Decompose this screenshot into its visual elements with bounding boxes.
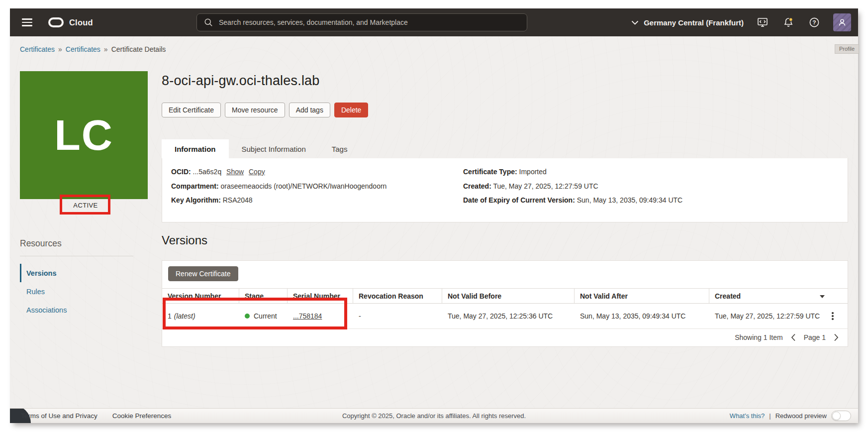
breadcrumb-separator: » [58,45,62,53]
footer-left: Terms of Use and Privacy Cookie Preferen… [10,412,171,420]
column-header-serial-number[interactable]: Serial Number [288,289,353,303]
app-window: Cloud Germany Central (Frankfurt) [10,8,858,423]
breadcrumb-certificates-1[interactable]: Certificates [20,45,55,53]
bell-icon [782,16,794,28]
person-icon [837,17,848,28]
cloud-shell-button[interactable] [756,15,770,29]
column-header-not-valid-after[interactable]: Not Valid After [575,289,709,303]
created-row: Created: Tue, May 27, 2025, 12:27:59 UTC [463,179,848,194]
compartment-row: Compartment: oraseemeaocids (root)/NETWO… [171,179,463,194]
tab-bar: Information Subject Information Tags [162,139,360,158]
search-bar[interactable] [196,13,527,31]
cell-actions [830,310,848,322]
topbar-right: Germany Central (Frankfurt) [631,8,858,36]
versions-panel: Renew Certificate Version Number Stage S… [162,260,848,347]
certificate-type-value: Imported [519,168,547,176]
resources-list: Versions Rules Associations [20,264,133,319]
cell-revocation-reason: - [353,312,442,320]
versions-table: Version Number Stage Serial Number Revoc… [162,288,848,329]
sidebar-item-associations[interactable]: Associations [20,301,133,319]
table-header-row: Version Number Stage Serial Number Revoc… [162,288,848,304]
whats-this-link[interactable]: What's this? [730,412,765,420]
ocid-row: OCID: ...5a6s2q Show Copy [171,165,463,179]
cookie-preferences-link[interactable]: Cookie Preferences [112,412,172,420]
compartment-value: oraseemeaocids (root)/NETWORK/IwanHoogen… [221,182,387,190]
ocid-value: ...5a6s2q [193,168,222,176]
column-header-version-number[interactable]: Version Number [162,289,239,303]
cell-version-number: 1(latest) [162,312,239,320]
notification-dot [789,18,792,21]
hamburger-menu-button[interactable] [19,15,35,29]
breadcrumb-current: Certificate Details [111,45,166,53]
svg-text:?: ? [812,19,816,25]
tab-subject-information[interactable]: Subject Information [229,139,319,158]
resources-heading: Resources [20,238,62,249]
notifications-button[interactable] [781,15,795,29]
profile-avatar[interactable] [833,13,851,31]
chevron-right-icon [834,333,839,341]
row-kebab-menu-button[interactable] [830,310,836,322]
search-input[interactable] [219,18,520,26]
ocid-label: OCID: [171,168,191,176]
region-selector[interactable]: Germany Central (Frankfurt) [631,18,744,27]
expiry-label: Date of Expiry of Current Version: [463,196,575,204]
status-badge: ACTIVE [61,196,110,215]
redwood-preview-toggle[interactable] [831,411,851,421]
chevron-left-icon [791,333,796,341]
cloud-shell-icon [757,16,769,28]
delete-button[interactable]: Delete [334,103,368,117]
expiry-row: Date of Expiry of Current Version: Sun, … [463,193,848,208]
information-left-column: OCID: ...5a6s2q Show Copy Compartment: o… [171,165,463,222]
ocid-copy-link[interactable]: Copy [249,168,265,176]
help-icon: ? [808,16,820,28]
created-value: Tue, May 27, 2025, 12:27:59 UTC [493,182,598,190]
cell-created: Tue, May 27, 2025, 12:27:59 UTC [709,312,830,320]
certificate-type-row: Certificate Type: Imported [463,165,848,179]
topbar: Cloud Germany Central (Frankfurt) [10,8,858,36]
edit-certificate-button[interactable]: Edit Certificate [162,103,221,117]
help-button[interactable]: ? [807,15,821,29]
expiry-value: Sun, May 13, 2035, 09:49:34 UTC [577,196,682,204]
add-tags-button[interactable]: Add tags [289,103,330,117]
pagination-summary: Showing 1 Item [735,333,783,341]
previous-page-button[interactable] [790,332,797,342]
chevron-down-icon [631,20,639,25]
key-algorithm-value: RSA2048 [223,196,253,204]
resources-divider [20,256,133,256]
column-header-not-valid-before[interactable]: Not Valid Before [442,289,575,303]
footer-right: What's this? | Redwood preview [730,411,851,421]
tab-information[interactable]: Information [162,139,229,158]
move-resource-button[interactable]: Move resource [225,103,285,117]
renew-certificate-button[interactable]: Renew Certificate [168,266,238,281]
profile-tooltip: Profile [835,44,859,54]
key-algorithm-label: Key Algorithm: [171,196,221,204]
sidebar-item-versions[interactable]: Versions [20,264,133,282]
stage-current-dot-icon [245,314,250,319]
cell-not-valid-after: Sun, May 13, 2035, 09:49:34 UTC [575,312,709,320]
region-label: Germany Central (Frankfurt) [644,18,744,27]
toggle-knob [832,412,841,420]
sidebar-item-rules[interactable]: Rules [20,282,133,301]
key-algorithm-row: Key Algorithm: RSA2048 [171,193,463,208]
brand-label: Cloud [69,18,93,27]
next-page-button[interactable] [833,332,840,342]
cell-not-valid-before: Tue, May 27, 2025, 12:25:36 UTC [442,312,575,320]
certificate-initials: LC [54,110,113,160]
column-header-created[interactable]: Created [709,289,830,303]
breadcrumb: Certificates » Certificates » Certificat… [20,45,166,53]
sort-caret-icon[interactable] [820,295,825,298]
brand[interactable]: Cloud [48,17,93,27]
column-header-revocation-reason[interactable]: Revocation Reason [353,289,442,303]
oracle-logo-icon [48,17,64,27]
versions-heading: Versions [162,233,207,247]
compartment-label: Compartment: [171,182,219,190]
latest-tag: (latest) [174,312,195,320]
tab-tags[interactable]: Tags [319,139,361,158]
terms-link[interactable]: Terms of Use and Privacy [21,412,97,420]
ocid-show-link[interactable]: Show [226,168,244,176]
serial-number-link[interactable]: ...758184 [293,312,322,320]
breadcrumb-certificates-2[interactable]: Certificates [66,45,100,53]
information-panel: OCID: ...5a6s2q Show Copy Compartment: o… [162,158,848,222]
search-icon [204,18,213,27]
column-header-stage[interactable]: Stage [239,289,288,303]
